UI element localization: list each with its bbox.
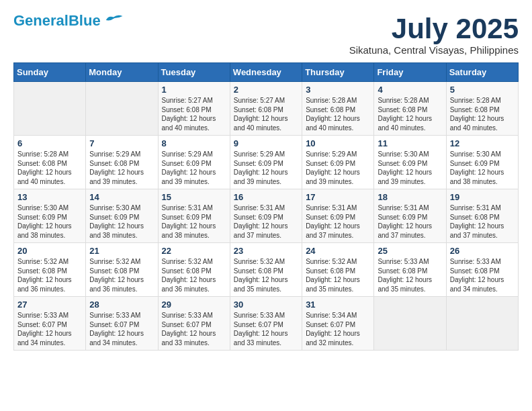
- calendar-cell: 27Sunrise: 5:33 AM Sunset: 6:07 PM Dayli…: [14, 297, 86, 351]
- day-number: 20: [17, 246, 82, 256]
- calendar-weekday-wednesday: Wednesday: [230, 63, 302, 82]
- calendar-week-1: 1Sunrise: 5:27 AM Sunset: 6:08 PM Daylig…: [14, 82, 519, 136]
- day-info: Sunrise: 5:32 AM Sunset: 6:08 PM Dayligh…: [234, 257, 298, 293]
- logo-bird-icon: [103, 12, 124, 24]
- calendar-cell: 19Sunrise: 5:31 AM Sunset: 6:08 PM Dayli…: [446, 189, 518, 243]
- day-info: Sunrise: 5:31 AM Sunset: 6:09 PM Dayligh…: [306, 203, 370, 240]
- calendar-weekday-friday: Friday: [374, 63, 446, 82]
- calendar-week-4: 20Sunrise: 5:32 AM Sunset: 6:08 PM Dayli…: [14, 243, 519, 297]
- calendar-cell: 18Sunrise: 5:31 AM Sunset: 6:09 PM Dayli…: [374, 189, 446, 243]
- calendar-cell: 15Sunrise: 5:31 AM Sunset: 6:09 PM Dayli…: [158, 189, 230, 243]
- day-info: Sunrise: 5:33 AM Sunset: 6:07 PM Dayligh…: [17, 311, 82, 347]
- day-number: 3: [306, 85, 370, 95]
- calendar-cell: 29Sunrise: 5:33 AM Sunset: 6:07 PM Dayli…: [158, 297, 230, 351]
- day-info: Sunrise: 5:27 AM Sunset: 6:08 PM Dayligh…: [162, 96, 226, 132]
- calendar-cell: 12Sunrise: 5:30 AM Sunset: 6:09 PM Dayli…: [446, 136, 518, 189]
- day-number: 16: [234, 192, 298, 202]
- calendar-week-5: 27Sunrise: 5:33 AM Sunset: 6:07 PM Dayli…: [14, 297, 519, 351]
- calendar-cell: 1Sunrise: 5:27 AM Sunset: 6:08 PM Daylig…: [158, 82, 230, 136]
- calendar-cell: 26Sunrise: 5:33 AM Sunset: 6:08 PM Dayli…: [446, 243, 518, 297]
- day-number: 14: [89, 192, 154, 202]
- calendar-cell: 9Sunrise: 5:29 AM Sunset: 6:09 PM Daylig…: [230, 136, 302, 189]
- day-info: Sunrise: 5:31 AM Sunset: 6:09 PM Dayligh…: [378, 203, 442, 240]
- calendar-cell: [374, 297, 446, 351]
- calendar-header-row: SundayMondayTuesdayWednesdayThursdayFrid…: [14, 63, 519, 82]
- day-number: 28: [89, 300, 154, 310]
- day-info: Sunrise: 5:29 AM Sunset: 6:08 PM Dayligh…: [89, 150, 154, 186]
- calendar-cell: 3Sunrise: 5:28 AM Sunset: 6:08 PM Daylig…: [302, 82, 374, 136]
- day-number: 18: [378, 192, 442, 202]
- calendar-cell: 23Sunrise: 5:32 AM Sunset: 6:08 PM Dayli…: [230, 243, 302, 297]
- title-block: July 2025 Sikatuna, Central Visayas, Phi…: [349, 13, 519, 56]
- calendar-cell: 8Sunrise: 5:29 AM Sunset: 6:09 PM Daylig…: [158, 136, 230, 189]
- day-info: Sunrise: 5:33 AM Sunset: 6:08 PM Dayligh…: [450, 257, 515, 293]
- day-info: Sunrise: 5:31 AM Sunset: 6:08 PM Dayligh…: [450, 203, 515, 240]
- calendar-weekday-sunday: Sunday: [14, 63, 86, 82]
- calendar-cell: [446, 297, 518, 351]
- day-info: Sunrise: 5:27 AM Sunset: 6:08 PM Dayligh…: [234, 96, 298, 132]
- calendar-cell: 2Sunrise: 5:27 AM Sunset: 6:08 PM Daylig…: [230, 82, 302, 136]
- day-number: 2: [234, 85, 298, 95]
- day-number: 26: [450, 246, 515, 256]
- day-number: 17: [306, 192, 370, 202]
- calendar-weekday-saturday: Saturday: [446, 63, 518, 82]
- calendar-cell: 5Sunrise: 5:28 AM Sunset: 6:08 PM Daylig…: [446, 82, 518, 136]
- calendar-weekday-tuesday: Tuesday: [158, 63, 230, 82]
- logo: GeneralBlue: [13, 13, 124, 28]
- day-info: Sunrise: 5:28 AM Sunset: 6:08 PM Dayligh…: [450, 96, 515, 132]
- day-number: 21: [89, 246, 154, 256]
- calendar-cell: 28Sunrise: 5:33 AM Sunset: 6:07 PM Dayli…: [86, 297, 158, 351]
- day-info: Sunrise: 5:30 AM Sunset: 6:09 PM Dayligh…: [450, 150, 515, 186]
- page-header: GeneralBlue July 2025 Sikatuna, Central …: [13, 13, 519, 56]
- calendar-cell: 6Sunrise: 5:28 AM Sunset: 6:08 PM Daylig…: [14, 136, 86, 189]
- calendar-weekday-thursday: Thursday: [302, 63, 374, 82]
- calendar-cell: [86, 82, 158, 136]
- day-number: 19: [450, 192, 515, 202]
- day-number: 30: [234, 300, 298, 310]
- calendar-cell: 10Sunrise: 5:29 AM Sunset: 6:09 PM Dayli…: [302, 136, 374, 189]
- day-info: Sunrise: 5:29 AM Sunset: 6:09 PM Dayligh…: [234, 150, 298, 186]
- calendar-weekday-monday: Monday: [86, 63, 158, 82]
- calendar-cell: 30Sunrise: 5:33 AM Sunset: 6:07 PM Dayli…: [230, 297, 302, 351]
- day-number: 29: [162, 300, 226, 310]
- day-info: Sunrise: 5:29 AM Sunset: 6:09 PM Dayligh…: [306, 150, 370, 186]
- day-number: 25: [378, 246, 442, 256]
- day-number: 31: [306, 300, 370, 310]
- day-info: Sunrise: 5:33 AM Sunset: 6:08 PM Dayligh…: [378, 257, 442, 293]
- calendar-cell: 25Sunrise: 5:33 AM Sunset: 6:08 PM Dayli…: [374, 243, 446, 297]
- calendar-body: 1Sunrise: 5:27 AM Sunset: 6:08 PM Daylig…: [14, 82, 519, 351]
- day-info: Sunrise: 5:31 AM Sunset: 6:09 PM Dayligh…: [234, 203, 298, 240]
- month-title: July 2025: [349, 13, 519, 44]
- calendar-cell: 22Sunrise: 5:32 AM Sunset: 6:08 PM Dayli…: [158, 243, 230, 297]
- day-info: Sunrise: 5:33 AM Sunset: 6:07 PM Dayligh…: [162, 311, 226, 347]
- day-info: Sunrise: 5:29 AM Sunset: 6:09 PM Dayligh…: [162, 150, 226, 186]
- day-number: 15: [162, 192, 226, 202]
- calendar-cell: 24Sunrise: 5:32 AM Sunset: 6:08 PM Dayli…: [302, 243, 374, 297]
- calendar-cell: 21Sunrise: 5:32 AM Sunset: 6:08 PM Dayli…: [86, 243, 158, 297]
- calendar-cell: 31Sunrise: 5:34 AM Sunset: 6:07 PM Dayli…: [302, 297, 374, 351]
- calendar-cell: 7Sunrise: 5:29 AM Sunset: 6:08 PM Daylig…: [86, 136, 158, 189]
- calendar-cell: 14Sunrise: 5:30 AM Sunset: 6:09 PM Dayli…: [86, 189, 158, 243]
- day-number: 8: [162, 138, 226, 148]
- day-number: 7: [89, 138, 154, 148]
- day-info: Sunrise: 5:33 AM Sunset: 6:07 PM Dayligh…: [89, 311, 154, 347]
- day-info: Sunrise: 5:32 AM Sunset: 6:08 PM Dayligh…: [17, 257, 82, 293]
- day-number: 24: [306, 246, 370, 256]
- day-info: Sunrise: 5:30 AM Sunset: 6:09 PM Dayligh…: [378, 150, 442, 186]
- calendar-cell: 13Sunrise: 5:30 AM Sunset: 6:09 PM Dayli…: [14, 189, 86, 243]
- day-number: 4: [378, 85, 442, 95]
- day-info: Sunrise: 5:34 AM Sunset: 6:07 PM Dayligh…: [306, 311, 370, 347]
- location: Sikatuna, Central Visayas, Philippines: [349, 44, 519, 56]
- calendar-cell: 20Sunrise: 5:32 AM Sunset: 6:08 PM Dayli…: [14, 243, 86, 297]
- calendar-cell: 11Sunrise: 5:30 AM Sunset: 6:09 PM Dayli…: [374, 136, 446, 189]
- calendar-week-3: 13Sunrise: 5:30 AM Sunset: 6:09 PM Dayli…: [14, 189, 519, 243]
- day-info: Sunrise: 5:30 AM Sunset: 6:09 PM Dayligh…: [17, 203, 82, 240]
- calendar-cell: [14, 82, 86, 136]
- calendar-week-2: 6Sunrise: 5:28 AM Sunset: 6:08 PM Daylig…: [14, 136, 519, 189]
- day-number: 23: [234, 246, 298, 256]
- day-number: 13: [17, 192, 82, 202]
- day-number: 9: [234, 138, 298, 148]
- calendar-cell: 16Sunrise: 5:31 AM Sunset: 6:09 PM Dayli…: [230, 189, 302, 243]
- day-number: 22: [162, 246, 226, 256]
- day-info: Sunrise: 5:30 AM Sunset: 6:09 PM Dayligh…: [89, 203, 154, 240]
